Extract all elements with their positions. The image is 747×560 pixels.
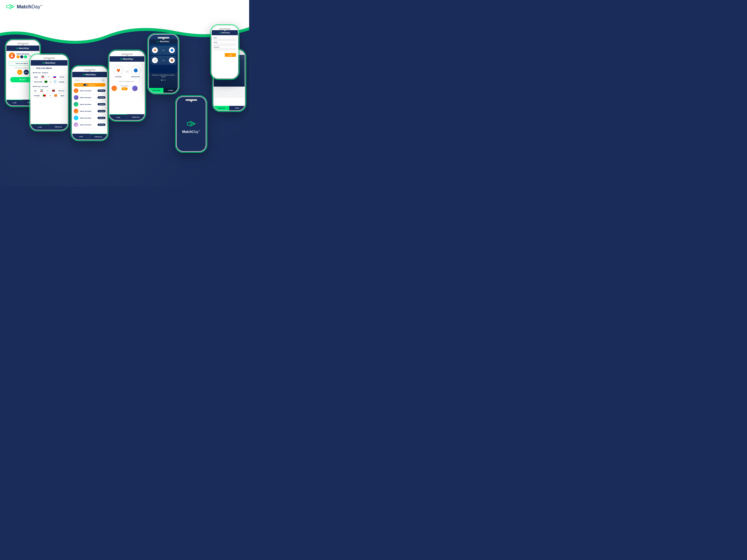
flag-uruguay	[54, 81, 56, 83]
app-header-4: MatchDay™	[109, 56, 145, 62]
wager-btn-50[interactable]: 50 c	[17, 70, 22, 75]
team-logos: 🦊 Leicester VS 🔵 Manchester	[109, 62, 145, 80]
app-logo-icon-1	[16, 47, 19, 49]
email-input[interactable]	[214, 44, 236, 46]
join-now-btn-7[interactable]: JOIN NOW	[214, 106, 229, 110]
friend-row-6: Name Surname Challenge	[72, 122, 107, 128]
phone-login: MatchDay™ Name E-mail Password ← Login	[211, 25, 238, 79]
dot-3	[165, 80, 165, 81]
onboard-footer-5: JOIN NOW LOGIN	[149, 88, 178, 93]
app-header-6: MatchDay™	[212, 30, 238, 35]
app-header-1: MatchDay™	[6, 46, 39, 51]
nav-live-3[interactable]: LIVE	[72, 134, 89, 139]
challenge-btn-3[interactable]: Challenge	[98, 103, 105, 105]
flag-spain	[54, 95, 57, 97]
group-a-label: World Cup - Group A	[31, 71, 68, 74]
nav-profile-4[interactable]: PROFILE	[127, 114, 145, 120]
team-morocco: Morocco	[58, 90, 64, 91]
friend-avatar-6	[74, 123, 78, 127]
team-portugal: Portugal	[34, 95, 40, 96]
match-row-iran-morocco[interactable]: Iran VS Morocco	[32, 88, 66, 93]
friend-name-6: Name Surname	[80, 124, 96, 126]
match-row-egypt-russia[interactable]: Egypt VS Russia	[32, 75, 66, 79]
dot-1	[161, 80, 162, 81]
coin-badge-3: ●	[24, 55, 27, 58]
friend-row-5: Name Surname Challenge	[72, 115, 107, 122]
nav-live-2[interactable]: LIVE	[31, 124, 49, 130]
chat-area: You Someone 90 c	[109, 83, 145, 93]
login-submit-btn[interactable]: Login	[225, 53, 236, 57]
chat-user-someone: Someone	[123, 85, 129, 87]
bottom-nav-4: LIVE PROFILE	[109, 114, 145, 120]
toggle-facebook[interactable]: Facebook	[88, 84, 95, 86]
dot-2	[163, 80, 164, 81]
trophy-dots	[214, 95, 244, 97]
team-logo-manchester: 🔵	[131, 65, 140, 75]
phone-onboarding-choose: MatchDay™ 🦊 VS 🔵 ⚪ VS 🟤	[148, 34, 179, 94]
svg-point-7	[220, 32, 221, 33]
app-logo-icon-4	[120, 58, 123, 60]
back-arrow[interactable]: ←	[33, 67, 35, 70]
password-input[interactable]	[214, 48, 236, 50]
challenge-btn-1[interactable]: Challenge	[98, 89, 105, 92]
name-input[interactable]	[214, 39, 236, 41]
app-header-3: MatchDay™	[72, 72, 107, 77]
coin-badge-2: ●	[20, 55, 23, 58]
app-logo: MatchDay™	[6, 3, 43, 10]
search-input[interactable]: Search	[75, 80, 101, 81]
trophy-tagline: Beat your friends with correct predictio…	[214, 87, 244, 94]
coin-bet-amount: 90 c	[122, 87, 128, 90]
phone-friends: MatchDay™ Search 🔍 All Friends Facebook …	[72, 66, 108, 140]
friend-row-4: Name Surname Challenge	[72, 108, 107, 115]
login-btn-7[interactable]: LOGIN	[229, 106, 245, 110]
challenge-btn-4[interactable]: Challenge	[98, 110, 105, 112]
splash-logo: MatchDay™	[182, 119, 200, 134]
password-label: Password	[214, 47, 236, 48]
app-logo-icon-2	[42, 62, 45, 64]
chat-avatar-1	[111, 86, 117, 91]
toggle-all-friends[interactable]: All Friends	[75, 84, 82, 86]
phone-match-game: MatchDay™ 🦊 Leicester VS 🔵 Manchester Ga…	[109, 51, 145, 121]
game-starting-text: Game is starting soon...	[109, 80, 145, 83]
svg-point-6	[158, 41, 158, 42]
login-btn-5[interactable]: LOGIN	[163, 88, 178, 93]
join-now-btn-5[interactable]: JOIN NOW	[149, 88, 163, 93]
logo-icon	[6, 3, 15, 10]
team-iran: Iran	[34, 90, 36, 91]
friends-toggle: All Friends Facebook	[74, 83, 105, 87]
onboard-header-5: MatchDay™	[149, 39, 178, 44]
app-header-2: MatchDay™	[31, 60, 68, 65]
friend-row-2: Name Surname Challenge	[72, 94, 107, 101]
nav-profile-3[interactable]: PROFILE	[90, 134, 107, 139]
nav-arrow-6[interactable]: ←	[223, 54, 224, 55]
flag-russia	[53, 76, 56, 78]
friend-name-2: Name Surname	[80, 97, 96, 99]
email-label: E-mail	[214, 42, 236, 43]
trophy-dot-2	[229, 95, 230, 96]
team-russia: Russia	[60, 76, 64, 78]
toggle-switch[interactable]	[83, 84, 87, 86]
challenge-btn-2[interactable]: Challenge	[98, 96, 105, 99]
friend-name-5: Name Surname	[80, 117, 96, 119]
nav-live-1[interactable]: LIVE	[6, 100, 23, 105]
team-city-1: Leicester	[113, 76, 123, 78]
flag-morocco	[52, 90, 55, 92]
challenge-btn-5[interactable]: Challenge	[98, 117, 105, 119]
challenge-btn-6[interactable]: Challenge	[98, 124, 105, 126]
chat-avatar-2	[132, 86, 137, 91]
wager-btn-100[interactable]: 100 c	[24, 70, 29, 75]
nav-live-4[interactable]: LIVE	[109, 114, 127, 120]
app-logo-icon-3	[82, 74, 86, 76]
dots-indicator-5	[149, 79, 178, 81]
match-row-saudi-uruguay[interactable]: Saudi Arabia VS Uruguay	[32, 80, 66, 84]
flag-iran	[40, 90, 43, 92]
phone-splash: MatchDay™	[176, 96, 206, 152]
match-row-portugal-spain[interactable]: Portugal VS Spain	[32, 94, 66, 98]
friend-row-1: Name Surname Challenge	[72, 87, 107, 94]
splash-app-name: MatchDay™	[182, 130, 200, 134]
friend-avatar-3	[74, 102, 78, 107]
search-icon: 🔍	[102, 79, 104, 81]
nav-profile-2[interactable]: PROFILE	[49, 124, 68, 130]
chat-user-labels: You Someone	[119, 85, 131, 87]
friend-avatar-4	[74, 109, 78, 113]
